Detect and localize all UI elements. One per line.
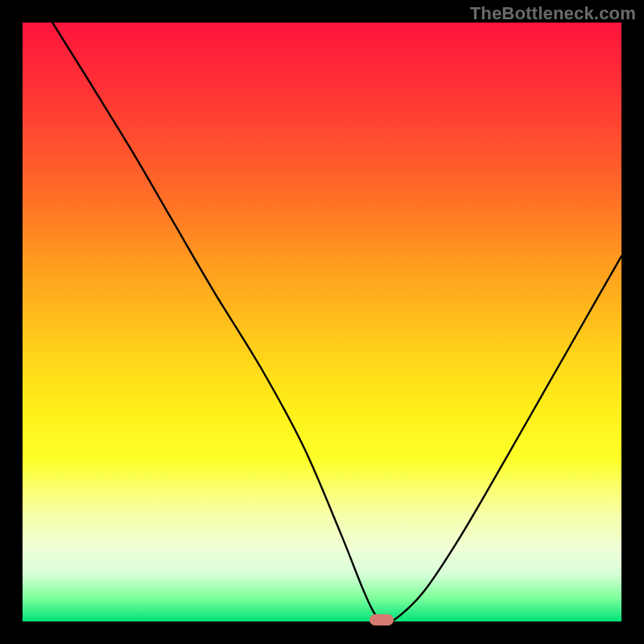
minimum-marker: [369, 614, 394, 625]
watermark-text: TheBottleneck.com: [470, 3, 636, 24]
plot-area: [23, 23, 621, 621]
bottleneck-curve: [23, 23, 621, 621]
chart-container: TheBottleneck.com: [0, 0, 644, 644]
